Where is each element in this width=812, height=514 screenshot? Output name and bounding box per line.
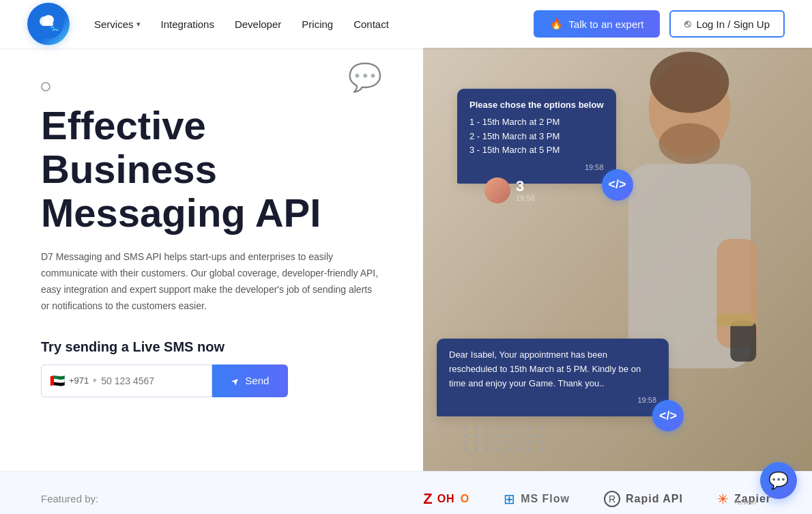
- hero-left: Effective Business Messaging API D7 Mess…: [0, 48, 423, 471]
- send-icon: ➤: [229, 374, 242, 388]
- svg-rect-8: [730, 321, 756, 362]
- chat-widget-button[interactable]: 💬: [760, 462, 797, 499]
- hero-title: Effective Business Messaging API: [41, 104, 389, 234]
- logo[interactable]: [27, 3, 70, 45]
- navbar-right: 🔥 Talk to an expert ⎋ Log In / Sign Up: [534, 10, 785, 38]
- zoho-icon: Z: [423, 490, 431, 508]
- logo-icon: [27, 3, 70, 45]
- svg-point-5: [659, 124, 721, 165]
- msflow-logo: ⊞ MS Flow: [504, 491, 570, 507]
- fire-icon: 🔥: [550, 18, 563, 30]
- svg-point-10: [650, 52, 729, 113]
- chat-bubble-appointment-options: Please chose the options below 1 - 15th …: [457, 89, 616, 184]
- phone-number-input[interactable]: [101, 375, 203, 386]
- bubble1-header: Please chose the options below: [469, 98, 604, 113]
- login-signup-button[interactable]: ⎋ Log In / Sign Up: [669, 10, 785, 38]
- bubble1-line1: 1 - 15th March at 2 PM: [469, 115, 604, 130]
- svg-rect-9: [716, 314, 754, 326]
- eyebrow-circle: [41, 82, 50, 91]
- nav-links: Services ▾ Integrations Developer Pricin…: [94, 18, 389, 30]
- bubble1-line2: 2 - 15th March at 3 PM: [469, 130, 604, 144]
- featured-bar: Featured by: Z OH O ⊞ MS Flow R Rapid AP…: [0, 471, 812, 514]
- nav-contact[interactable]: Contact: [353, 18, 389, 30]
- message-count: 3: [516, 179, 535, 194]
- rapidapi-logo: R Rapid API: [604, 491, 683, 507]
- talk-to-expert-button[interactable]: 🔥 Talk to an expert: [534, 10, 660, 38]
- eyebrow: [41, 82, 389, 91]
- flag-icon: 🇦🇪: [50, 373, 65, 388]
- bubble1-line3: 3 - 15th March at 5 PM: [469, 143, 604, 158]
- rapidapi-icon: R: [604, 491, 620, 507]
- dots-decoration: for(let r=0;r<4;r++) for(let c=0;c<8;c++…: [464, 427, 798, 451]
- navbar: Services ▾ Integrations Developer Pricin…: [0, 0, 812, 48]
- phone-input-wrap: 🇦🇪 +971 ▾: [41, 365, 212, 397]
- login-icon: ⎋: [684, 18, 691, 30]
- zoho-logo: Z OH O: [423, 490, 469, 508]
- dropdown-icon[interactable]: ▾: [93, 376, 97, 385]
- nav-integrations[interactable]: Integrations: [161, 18, 214, 30]
- zoho-text2: O: [461, 493, 469, 505]
- navbar-left: Services ▾ Integrations Developer Pricin…: [27, 3, 389, 45]
- zapier-icon: ✳: [717, 491, 729, 507]
- message-count-time: 19:58: [516, 194, 535, 202]
- featured-logos: Z OH O ⊞ MS Flow R Rapid API ✳ Zapier: [139, 490, 771, 508]
- nav-services[interactable]: Services ▾: [94, 18, 141, 30]
- sms-form: 🇦🇪 +971 ▾ ➤ Send: [41, 365, 389, 397]
- nav-developer[interactable]: Developer: [235, 18, 281, 30]
- nav-pricing[interactable]: Pricing: [302, 18, 333, 30]
- msflow-icon: ⊞: [504, 491, 515, 507]
- zoho-text: OH: [437, 493, 455, 505]
- hero-section: Effective Business Messaging API D7 Mess…: [0, 48, 812, 471]
- chat-bubble-rescheduled: Dear Isabel, Your appointment has been r…: [437, 339, 669, 416]
- bubble2-text: Dear Isabel, Your appointment has been r…: [449, 348, 656, 390]
- bubble2-timestamp: 19:58: [449, 395, 656, 407]
- featured-label: Featured by:: [41, 493, 98, 504]
- revain-badge: Revain: [735, 498, 756, 506]
- code-button-1[interactable]: </>: [602, 169, 633, 201]
- rapidapi-text: Rapid API: [626, 493, 683, 505]
- try-label: Try sending a Live SMS now: [41, 339, 389, 355]
- phone-code: +971: [69, 375, 89, 386]
- message-count-area: 3 19:58: [484, 177, 535, 203]
- bubble1-timestamp: 19:58: [469, 162, 604, 174]
- msflow-text: MS Flow: [521, 493, 570, 505]
- speech-icon: 💬: [348, 61, 382, 94]
- services-chevron-icon: ▾: [136, 20, 141, 29]
- svg-rect-3: [42, 23, 53, 26]
- hero-right: Please chose the options below 1 - 15th …: [423, 48, 812, 471]
- avatar: [484, 177, 510, 203]
